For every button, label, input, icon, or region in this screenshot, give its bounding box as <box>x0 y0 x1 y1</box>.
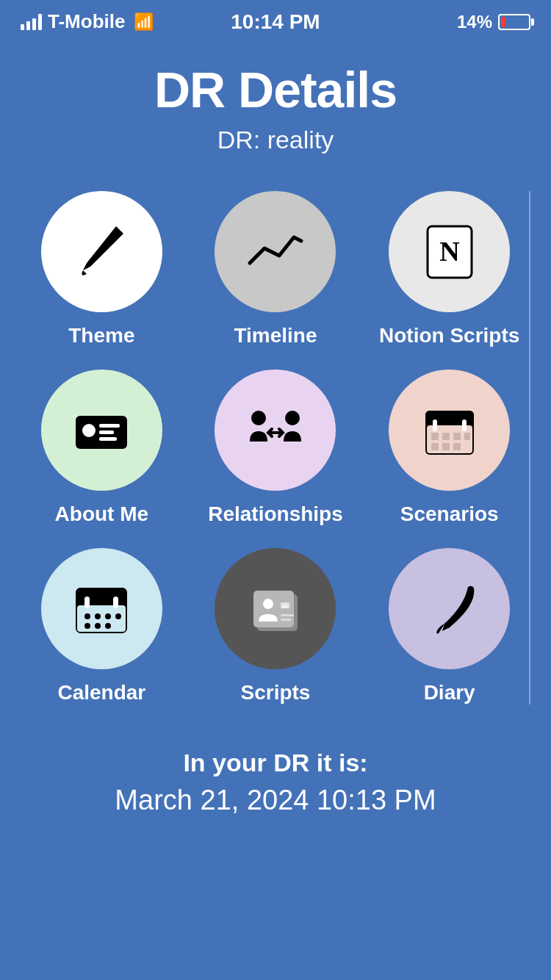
svg-point-33 <box>84 623 90 629</box>
timeline-label: Timeline <box>234 324 317 347</box>
scripts-button[interactable]: Scripts <box>196 548 356 705</box>
svg-point-35 <box>105 623 111 629</box>
svg-rect-6 <box>99 437 117 441</box>
svg-rect-4 <box>99 424 120 428</box>
diary-icon-circle <box>389 548 510 669</box>
svg-point-7 <box>251 411 266 425</box>
id-card-icon <box>68 397 134 464</box>
svg-text:N: N <box>439 236 459 267</box>
about-me-label: About Me <box>55 502 149 526</box>
svg-point-30 <box>95 613 101 619</box>
theme-label: Theme <box>68 324 134 347</box>
theme-icon-circle <box>41 191 162 312</box>
status-left: T-Mobile 📶 <box>21 10 154 33</box>
svg-point-8 <box>285 411 300 425</box>
scenarios-label: Scenarios <box>400 502 499 526</box>
relationships-button[interactable]: Relationships <box>196 370 356 526</box>
relationships-label: Relationships <box>208 502 343 526</box>
svg-rect-38 <box>253 591 294 627</box>
calendar-label: Calendar <box>57 681 145 705</box>
svg-rect-28 <box>113 597 118 608</box>
svg-rect-22 <box>453 443 461 450</box>
svg-point-31 <box>105 613 111 619</box>
scripts-icon-circle <box>215 548 336 669</box>
svg-rect-43 <box>281 619 291 621</box>
scenarios-icon-circle <box>389 370 510 491</box>
relationships-icon-circle <box>215 370 336 491</box>
calendar-button[interactable]: Calendar <box>22 548 181 705</box>
svg-point-34 <box>95 623 101 629</box>
timeline-button[interactable]: Timeline <box>196 191 356 347</box>
timeline-icon-circle <box>215 191 336 312</box>
theme-button[interactable]: Theme <box>22 191 181 347</box>
calendar-icon-circle <box>41 548 162 669</box>
svg-rect-20 <box>431 443 439 450</box>
script-scroll-icon <box>242 576 309 642</box>
notion-scripts-label: Notion Scripts <box>379 324 519 347</box>
signal-icon <box>21 14 42 30</box>
carrier-label: T-Mobile <box>48 10 125 33</box>
footer: In your DR it is: March 21, 2024 10:13 P… <box>0 719 551 846</box>
battery-pct-label: 14% <box>457 12 492 32</box>
about-me-icon-circle <box>41 370 162 491</box>
svg-rect-17 <box>442 433 450 440</box>
page-title: DR Details <box>15 61 536 118</box>
svg-rect-42 <box>281 614 294 616</box>
diary-button[interactable]: Diary <box>370 548 529 705</box>
about-me-button[interactable]: About Me <box>22 370 181 526</box>
calendar2-icon <box>68 576 134 642</box>
svg-point-39 <box>263 599 273 609</box>
footer-label: In your DR it is: <box>15 749 536 777</box>
page-subtitle: DR: reality <box>15 126 536 154</box>
notion-scripts-button[interactable]: N Notion Scripts <box>370 191 529 347</box>
svg-rect-16 <box>431 433 439 440</box>
notion-icon-circle: N <box>389 191 510 312</box>
svg-rect-15 <box>462 419 467 431</box>
svg-point-29 <box>84 613 90 619</box>
status-right: 14% <box>457 12 530 32</box>
svg-rect-18 <box>453 433 461 440</box>
svg-rect-14 <box>433 419 437 431</box>
time-label: 10:14 PM <box>231 10 320 34</box>
footer-datetime: March 21, 2024 10:13 PM <box>15 785 536 816</box>
paint-brush-icon <box>68 219 134 285</box>
calendar-icon <box>417 397 483 464</box>
svg-point-3 <box>82 424 96 437</box>
wifi-icon: 📶 <box>134 12 154 32</box>
svg-rect-5 <box>99 430 114 434</box>
svg-rect-21 <box>442 443 450 450</box>
svg-rect-27 <box>84 597 90 608</box>
trend-line-icon <box>242 219 309 285</box>
app-header: DR Details DR: reality <box>0 39 551 162</box>
icon-grid: Theme Timeline N Notion Scripts <box>0 162 551 719</box>
battery-icon <box>498 14 530 30</box>
notion-logo-icon: N <box>417 219 483 285</box>
svg-point-32 <box>115 613 121 619</box>
scenarios-button[interactable]: Scenarios <box>370 370 529 526</box>
vertical-divider <box>529 191 530 705</box>
diary-label: Diary <box>424 681 475 705</box>
feather-pen-icon <box>417 576 483 642</box>
svg-rect-19 <box>464 433 470 440</box>
people-exchange-icon <box>242 397 309 464</box>
status-bar: T-Mobile 📶 10:14 PM 14% <box>0 0 551 39</box>
scripts-label: Scripts <box>241 681 311 705</box>
